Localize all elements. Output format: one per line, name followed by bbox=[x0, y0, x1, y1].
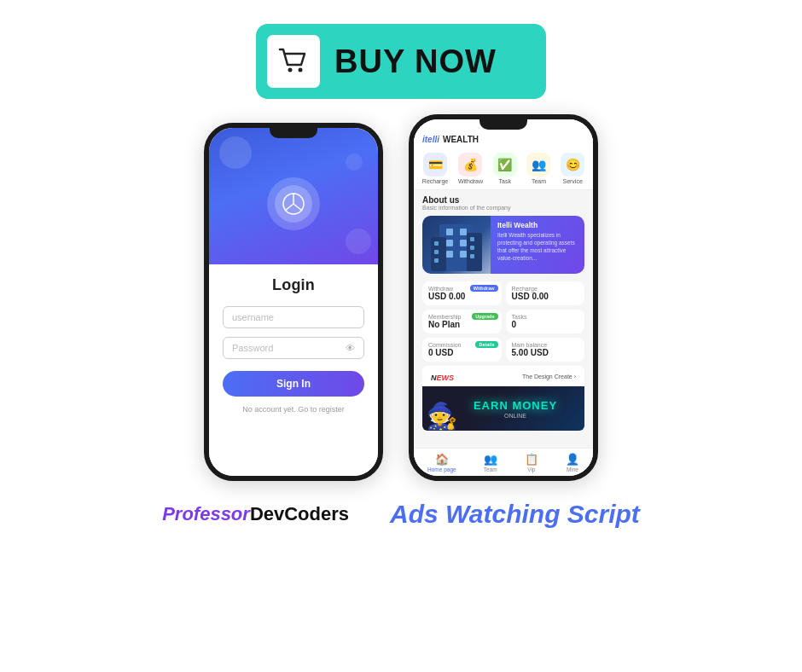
recharge-label: Recharge bbox=[422, 178, 448, 184]
devcoders-text: DevCoders bbox=[250, 503, 349, 524]
stat-recharge: Recharge USD 0.00 bbox=[506, 281, 585, 305]
team-bottom-label: Team bbox=[484, 466, 497, 472]
login-title: Login bbox=[272, 276, 315, 294]
svg-point-0 bbox=[288, 68, 293, 72]
stat-membership-value: No Plan bbox=[428, 320, 496, 329]
phone-notch-right bbox=[479, 119, 527, 130]
buy-now-banner[interactable]: BUY NOW bbox=[256, 24, 546, 99]
about-title: About us bbox=[422, 195, 584, 205]
svg-rect-20 bbox=[470, 254, 474, 258]
task-icon: ✅ bbox=[493, 153, 517, 177]
sign-in-button[interactable]: Sign In bbox=[223, 371, 364, 397]
stat-balance-label: Main balance bbox=[512, 342, 579, 348]
register-hint[interactable]: No account yet. Go to register bbox=[242, 405, 345, 414]
svg-rect-16 bbox=[434, 250, 439, 254]
svg-line-5 bbox=[293, 204, 302, 211]
blob-2 bbox=[346, 229, 371, 254]
nav-service[interactable]: 😊 Service bbox=[561, 153, 584, 184]
stat-withdraw: Withdraw Withdraw USD 0.00 bbox=[422, 281, 502, 305]
password-placeholder: Password bbox=[232, 343, 273, 353]
nav-task[interactable]: ✅ Task bbox=[493, 153, 517, 184]
svg-rect-8 bbox=[460, 229, 467, 235]
stat-tasks: Tasks 0 bbox=[506, 310, 585, 333]
nav-recharge[interactable]: 💳 Recharge bbox=[422, 153, 448, 184]
withdraw-label: Withdraw bbox=[458, 178, 483, 184]
nav-vip[interactable]: 📋 Vip bbox=[525, 453, 538, 472]
username-input[interactable]: username bbox=[223, 306, 364, 328]
upgrade-badge[interactable]: Upgrade bbox=[472, 313, 497, 320]
earn-banner: 🧙 EARN MONEY ONLINE bbox=[422, 386, 584, 431]
login-logo-circle bbox=[267, 177, 320, 230]
stat-commission: Details Commission 0 USD bbox=[422, 338, 502, 362]
earn-main: EARN MONEY bbox=[474, 399, 557, 412]
service-icon: 😊 bbox=[561, 153, 584, 177]
nav-mine[interactable]: 👤 Mine bbox=[566, 453, 579, 472]
details-badge[interactable]: Details bbox=[475, 341, 497, 348]
svg-rect-9 bbox=[446, 240, 453, 246]
mine-icon: 👤 bbox=[566, 453, 579, 466]
svg-rect-19 bbox=[470, 246, 474, 250]
professor-devcoders: ProfessorDevCoders bbox=[162, 503, 349, 525]
news-label: NEWS bbox=[431, 368, 454, 384]
svg-rect-10 bbox=[460, 240, 467, 246]
building-icon bbox=[422, 216, 491, 274]
stat-withdraw-value: USD 0.00 bbox=[428, 292, 496, 301]
nav-home[interactable]: 🏠 Home page bbox=[427, 453, 456, 472]
login-logo-inner bbox=[275, 185, 312, 223]
stat-tasks-value: 0 bbox=[512, 320, 579, 329]
svg-rect-11 bbox=[446, 251, 453, 258]
right-phone: itelli WEALTH 💳 Recharge 💰 Withdraw ✅ Ta… bbox=[409, 114, 598, 481]
password-input[interactable]: Password 👁 bbox=[223, 337, 364, 359]
stat-commission-value: 0 USD bbox=[428, 348, 496, 357]
stat-balance: Main balance 5.00 USD bbox=[506, 338, 585, 362]
footer-area: ProfessorDevCoders Ads Watching Script bbox=[0, 500, 802, 529]
svg-rect-12 bbox=[460, 251, 467, 258]
company-desc: Itelli Wealth specializes in protecting … bbox=[497, 231, 578, 262]
svg-rect-17 bbox=[434, 258, 439, 263]
nav-team[interactable]: 👥 Team bbox=[526, 153, 550, 184]
company-card-text: Itelli Wealth Itelli Wealth specializes … bbox=[491, 216, 584, 274]
bottom-nav: 🏠 Home page 👥 Team 📋 Vip 👤 Mine bbox=[414, 448, 593, 476]
logo-icon bbox=[282, 192, 305, 216]
service-label: Service bbox=[562, 178, 582, 184]
company-name: Itelli Wealth bbox=[497, 221, 578, 229]
cart-icon bbox=[275, 43, 312, 80]
home-icon: 🏠 bbox=[435, 453, 449, 466]
nav-withdraw[interactable]: 💰 Withdraw bbox=[458, 153, 483, 184]
home-label: Home page bbox=[427, 466, 456, 472]
dash-icons-row: 💳 Recharge 💰 Withdraw ✅ Task 👥 Team 😊 bbox=[414, 148, 593, 190]
withdraw-icon: 💰 bbox=[458, 153, 482, 177]
mine-label: Mine bbox=[567, 466, 578, 472]
company-card: Itelli Wealth Itelli Wealth specializes … bbox=[422, 216, 584, 274]
earn-char: 🧙 bbox=[426, 401, 457, 431]
logo-itelli: itelli bbox=[422, 135, 439, 144]
vip-label: Vip bbox=[527, 466, 535, 472]
cart-box bbox=[264, 32, 323, 90]
team-bottom-icon: 👥 bbox=[484, 453, 497, 466]
login-top-area bbox=[209, 128, 378, 264]
blob-3 bbox=[346, 154, 363, 171]
stats-grid: Withdraw Withdraw USD 0.00 Recharge USD … bbox=[422, 281, 584, 362]
stat-recharge-value: USD 0.00 bbox=[512, 292, 579, 301]
svg-rect-18 bbox=[470, 237, 474, 241]
blob-1 bbox=[219, 136, 252, 169]
ads-watching-script: Ads Watching Script bbox=[390, 500, 640, 529]
earn-sub: ONLINE bbox=[504, 413, 526, 419]
task-label: Task bbox=[499, 178, 511, 184]
team-label: Team bbox=[532, 178, 546, 184]
news-right-text[interactable]: The Design Create › bbox=[522, 374, 576, 379]
recharge-icon: 💳 bbox=[423, 153, 447, 177]
password-toggle-icon[interactable]: 👁 bbox=[346, 343, 355, 353]
earn-text-block: EARN MONEY ONLINE bbox=[474, 399, 557, 419]
about-subtitle: Basic information of the company bbox=[422, 205, 584, 211]
withdraw-badge[interactable]: Withdraw bbox=[470, 285, 498, 292]
buy-now-label: BUY NOW bbox=[334, 43, 497, 80]
news-row: NEWS The Design Create › bbox=[422, 366, 584, 386]
vip-icon: 📋 bbox=[525, 453, 538, 466]
about-section: About us Basic information of the compan… bbox=[414, 190, 593, 212]
stat-balance-value: 5.00 USD bbox=[512, 348, 579, 357]
professor-text: Professor bbox=[162, 503, 250, 524]
stat-tasks-label: Tasks bbox=[512, 314, 579, 320]
svg-rect-7 bbox=[446, 229, 453, 235]
nav-team-bottom[interactable]: 👥 Team bbox=[484, 453, 497, 472]
